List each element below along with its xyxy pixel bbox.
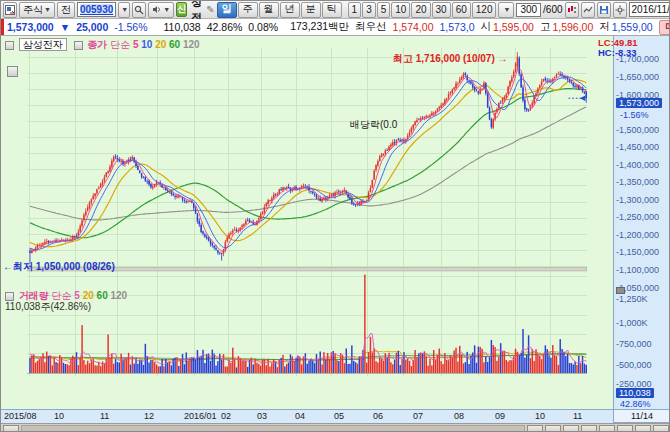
month-label: 06 (373, 411, 383, 421)
window-menu-icon[interactable] (3, 2, 17, 18)
axis-label: -1,200,000 (616, 230, 659, 240)
axis-label: -1,250,000 (616, 212, 659, 222)
candle-style-button[interactable] (565, 2, 579, 18)
high-annotation: 최고 1,716,000 (10/07) → (393, 52, 508, 66)
period-tab-일[interactable]: 일 (217, 2, 237, 18)
settings-button[interactable] (613, 2, 627, 18)
axis-label: -1,300,000 (616, 195, 659, 205)
axis-label: -1,000K (616, 318, 648, 328)
month-label: 05 (334, 411, 344, 421)
interval-button-60[interactable]: 60 (452, 2, 471, 18)
bottom-toolbar-button[interactable] (635, 425, 651, 432)
legend-toggle-icon[interactable] (74, 41, 83, 50)
ma-period-120: 120 (180, 39, 199, 50)
pane-splitter-handle[interactable] (616, 287, 625, 294)
period-tab-틱[interactable]: 틱 (322, 2, 342, 18)
period-tab-분[interactable]: 분 (301, 2, 321, 18)
open-label: 시 (481, 20, 492, 34)
candle-icon (567, 5, 577, 15)
legend-toggle-icon[interactable] (5, 41, 14, 50)
month-label: 07 (413, 411, 423, 421)
month-label: 03 (257, 411, 267, 421)
ma-period-list: 5 10 20 60 120 (133, 39, 200, 50)
period-tab-월[interactable]: 월 (259, 2, 279, 18)
main-chart-legend: 삼성전자 종가 단순 5 10 20 60 120 (5, 38, 200, 52)
legend-stock-name: 삼성전자 (19, 38, 67, 51)
time-axis[interactable]: 2015/081011122016/0102030405060708091011 (1, 409, 613, 423)
low-label: 저 (599, 20, 610, 34)
bottom-toolbar-button[interactable] (617, 425, 633, 432)
low-price: 1,559,00 (612, 21, 653, 33)
turnover-pct: 0.08% (248, 21, 278, 33)
bottom-scroll-area[interactable] (21, 425, 525, 432)
edit-pencil-icon[interactable]: ✎ (206, 4, 214, 15)
visible-bars-input[interactable]: 300 (516, 3, 541, 17)
line-style-button[interactable] (581, 2, 595, 18)
chart-toolbar: 주식▼ 전 005930 ▼ ▼ 신 삼성전자 ✎ 일주월년분틱 1351020… (1, 1, 670, 19)
price-axis[interactable]: -1,700,000-1,650,000-1,600,000-1,500,000… (613, 36, 670, 409)
low-annotation: ←최저 1,050,000 (08/26) (3, 260, 115, 274)
axis-label: 110,038 (616, 388, 654, 398)
bottom-toolbar-button[interactable] (545, 425, 561, 432)
axis-label: -1,150,000 (616, 247, 659, 257)
high-price: 1,596,00 (552, 21, 593, 33)
trade-value: 173,231백만 (290, 20, 349, 34)
speaker-icon (152, 5, 162, 14)
axis-corner-date: 11/14 (613, 409, 670, 423)
bottom-toolbar (1, 423, 670, 432)
interval-button-10[interactable]: 10 (391, 2, 410, 18)
period-tab-주[interactable]: 주 (238, 2, 258, 18)
axis-label: -750,000 (616, 339, 652, 349)
ma-period-60: 60 (166, 39, 180, 50)
price-volume-chart[interactable] (1, 36, 613, 409)
axis-label: -1,250K (616, 294, 648, 304)
interval-button-120[interactable]: 120 (472, 2, 497, 18)
bottom-toolbar-button[interactable] (581, 425, 597, 432)
price-change-pct: -1.56% (114, 21, 147, 33)
asset-type-dropdown[interactable]: 주식▼ (19, 2, 55, 18)
interval-button-3[interactable]: 3 (362, 2, 376, 18)
ma-type-label: 단순 (110, 39, 130, 50)
bottom-toolbar-button[interactable] (563, 425, 579, 432)
price-type-label: 종가 (87, 39, 107, 50)
current-price: 1,573,000 (7, 21, 54, 33)
bottom-toolbar-button[interactable] (3, 425, 19, 432)
interval-button-20[interactable]: 20 (411, 2, 430, 18)
custom-interval-dropdown[interactable]: ▼ (498, 2, 514, 18)
quote-summary-bar: 1,573,000 ▼ 25,000 -1.56% 110,038 42.86%… (1, 19, 670, 36)
axis-label: -1,400,000 (616, 160, 659, 170)
axis-label: -1,450,000 (616, 142, 659, 152)
axis-label: -1.56% (620, 110, 649, 120)
month-label: 10 (54, 411, 64, 421)
month-label: 2015/08 (4, 411, 37, 421)
interval-button-30[interactable]: 30 (432, 2, 451, 18)
save-disk-icon (599, 5, 609, 15)
buy-button[interactable]: 매수 (659, 20, 670, 35)
ma-period-60: 60 (94, 290, 108, 301)
period-tab-년[interactable]: 년 (280, 2, 300, 18)
month-label: 02 (221, 411, 231, 421)
chart-date-picker[interactable]: 2016/11/14 (629, 2, 670, 17)
chart-tool-button[interactable] (7, 65, 20, 77)
best-bid: 1,573,0 (439, 21, 474, 33)
axis-label: -1,650,000 (616, 72, 659, 82)
accent-bar (1, 19, 4, 35)
bottom-toolbar-button[interactable] (599, 425, 615, 432)
ma-period-10: 10 (138, 39, 152, 50)
sound-button[interactable]: ▼ (148, 2, 174, 18)
trading-app-window: 주식▼ 전 005930 ▼ ▼ 신 삼성전자 ✎ 일주월년분틱 1351020… (0, 0, 670, 432)
prev-button[interactable]: 전 (57, 2, 75, 18)
stock-code-input[interactable]: 005930 (77, 2, 116, 17)
save-button[interactable] (597, 2, 611, 18)
interval-button-1[interactable]: 1 (348, 2, 362, 18)
bottom-toolbar-button[interactable] (527, 425, 543, 432)
code-dropdown-button[interactable]: ▼ (118, 2, 130, 18)
line-chart-icon (583, 5, 593, 15)
month-label: 09 (495, 411, 505, 421)
bottom-toolbar-button[interactable] (653, 425, 669, 432)
price-change: 25,000 (76, 21, 108, 33)
interval-button-5[interactable]: 5 (377, 2, 391, 18)
search-icon[interactable] (132, 2, 146, 18)
interval-buttons: 13510203060120 (348, 2, 497, 18)
month-label: 11 (100, 411, 109, 421)
